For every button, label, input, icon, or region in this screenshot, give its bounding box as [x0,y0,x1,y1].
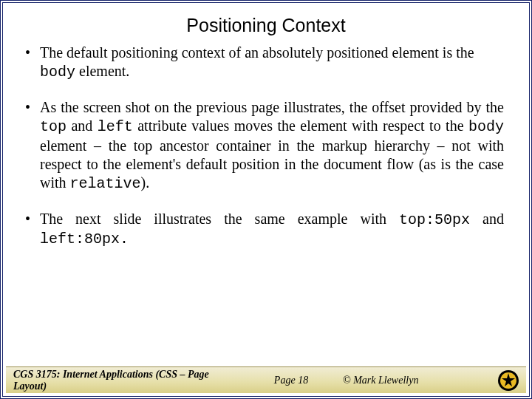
bullet-1: The default positioning context of an ab… [24,44,504,82]
slide-title: Positioning Context [3,3,529,41]
text: As the screen shot on the previous page … [40,99,504,115]
text: and [66,117,98,134]
text: element. [75,63,129,79]
text: The next slide illustrates the same exam… [40,211,399,227]
footer-bar: CGS 3175: Internet Applications (CSS – P… [6,366,526,393]
code-left-val: left:80px. [40,231,129,248]
text: ). [141,174,150,191]
ucf-logo-icon [491,369,526,392]
code-body: body [468,118,504,135]
code-body: body [40,64,75,81]
bullet-3: The next slide illustrates the same exam… [24,210,504,249]
bullet-2: As the screen shot on the previous page … [24,98,504,194]
footer-author: © Mark Llewellyn [343,375,491,386]
footer-course: CGS 3175: Internet Applications (CSS – P… [6,369,239,392]
code-left: left [98,118,133,135]
footer-page: Page 18 [239,375,343,386]
text: and [470,211,504,227]
bullet-list: The default positioning context of an ab… [24,44,504,249]
slide: Positioning Context The default position… [0,0,532,399]
code-top-val: top:50px [399,211,470,228]
text: The default positioning context of an ab… [40,44,474,61]
text: attribute values moves the element with … [133,117,468,134]
code-relative: relative [70,175,141,192]
code-top: top [40,118,66,135]
slide-content: The default positioning context of an ab… [3,41,529,249]
